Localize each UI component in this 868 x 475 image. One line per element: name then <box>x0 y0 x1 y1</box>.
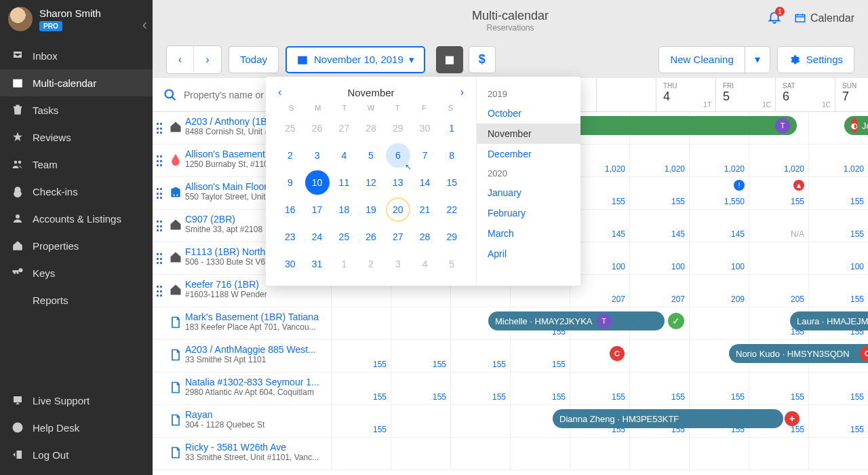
settings-button[interactable]: Settings <box>777 46 854 73</box>
prev-month-button[interactable]: ‹ <box>278 86 281 98</box>
calendar-cell[interactable]: 1,020 <box>629 145 689 176</box>
property-cell[interactable]: Mark's Basement (1BR) Tatiana183 Keefer … <box>153 307 331 339</box>
calendar-cell[interactable] <box>510 438 570 470</box>
prev-week-button[interactable]: ‹ <box>167 46 194 73</box>
sidebar-item-properties[interactable]: Properties <box>0 232 153 259</box>
sidebar-item-reviews[interactable]: Reviews <box>0 124 153 151</box>
calendar-day[interactable]: 23 <box>278 225 302 249</box>
drag-handle-icon[interactable] <box>157 188 162 199</box>
calendar-day[interactable]: 29 <box>386 116 410 140</box>
calendar-link[interactable]: Calendar <box>794 12 854 24</box>
calendar-day[interactable]: 2 <box>278 143 302 168</box>
calendar-cell[interactable]: ▲155 <box>749 177 808 209</box>
calendar-cell[interactable] <box>331 307 391 339</box>
calendar-day[interactable]: 21 <box>413 197 437 222</box>
sidebar-item-reports[interactable]: Reports <box>0 286 153 314</box>
calendar-cell[interactable]: 155 <box>450 340 510 372</box>
calendar-cell[interactable]: 145 <box>689 210 749 242</box>
sidebar-item-keys[interactable]: Keys <box>0 259 153 286</box>
property-cell[interactable]: A203 / AnthMaggie 885 West...33 Smithe S… <box>153 340 331 372</box>
calendar-day[interactable]: 8 <box>439 143 464 168</box>
calendar-cell[interactable]: 155 <box>331 405 391 437</box>
calendar-cell[interactable]: 1,020 <box>749 145 808 176</box>
calendar-cell[interactable] <box>570 438 629 470</box>
sidebar-item-team[interactable]: Team <box>0 151 153 178</box>
calendar-cell[interactable]: 207 <box>629 275 689 307</box>
property-cell[interactable]: Rayan304 - 1128 Quebec St <box>153 405 331 437</box>
calendar-cell[interactable] <box>749 242 808 274</box>
calendar-day[interactable]: 6↖ <box>386 143 410 168</box>
calendar-day[interactable]: 25 <box>332 225 357 249</box>
calendar-cell[interactable] <box>391 405 450 437</box>
calendar-cell[interactable]: 155 <box>570 373 629 404</box>
sidebar-item-help-desk[interactable]: Help Desk <box>0 414 153 441</box>
calendar-day[interactable]: 10 <box>305 170 330 195</box>
drag-handle-icon[interactable] <box>157 286 162 297</box>
calendar-day[interactable]: 24 <box>305 225 330 249</box>
calendar-cell[interactable]: 155 <box>689 373 749 404</box>
calendar-day[interactable]: 3 <box>386 252 410 276</box>
notification-bell-icon[interactable]: 1 <box>767 10 782 27</box>
calendar-cell[interactable]: 1,020 <box>808 145 868 176</box>
booking-bar[interactable]: ◐ Jordan · $999.76 USD <box>844 116 868 135</box>
calendar-day[interactable]: 2 <box>359 252 383 276</box>
calendar-day[interactable]: 30 <box>413 116 437 140</box>
calendar-cell[interactable]: 155 <box>391 340 450 372</box>
today-button[interactable]: Today <box>229 46 279 73</box>
drag-handle-icon[interactable] <box>157 123 162 134</box>
calendar-day[interactable]: 1 <box>439 116 464 140</box>
calendar-cell[interactable]: 155 <box>331 340 391 372</box>
calendar-day[interactable]: 4 <box>332 143 357 168</box>
calendar-cell[interactable]: 155 <box>808 405 868 437</box>
ical-button[interactable] <box>436 46 463 73</box>
calendar-cell[interactable] <box>629 438 689 470</box>
calendar-day[interactable]: 17 <box>305 197 330 222</box>
calendar-cell[interactable] <box>391 307 450 339</box>
calendar-day[interactable]: 11 <box>332 170 357 195</box>
calendar-day[interactable]: 26 <box>359 225 383 249</box>
calendar-cell[interactable] <box>331 438 391 470</box>
new-cleaning-button[interactable]: New Cleaning <box>659 47 745 73</box>
calendar-cell[interactable]: 155 <box>510 373 570 404</box>
calendar-day[interactable]: 18 <box>332 197 357 222</box>
calendar-day[interactable]: 15 <box>439 170 464 195</box>
sidebar-item-tasks[interactable]: Tasks <box>0 96 153 124</box>
calendar-cell[interactable]: N/A <box>749 210 808 242</box>
calendar-day[interactable]: 30 <box>278 252 302 276</box>
calendar-day[interactable]: 12 <box>359 170 383 195</box>
calendar-day[interactable]: 25 <box>278 116 302 140</box>
calendar-day[interactable]: 22 <box>439 197 464 222</box>
sidebar-item-check-ins[interactable]: Check-ins <box>0 178 153 205</box>
calendar-cell[interactable] <box>689 307 749 339</box>
calendar-cell[interactable] <box>808 438 868 470</box>
calendar-cell[interactable]: 205 <box>749 275 808 307</box>
calendar-cell[interactable]: 155 <box>749 373 808 404</box>
booking-bar[interactable]: Dianna Zheng · HM3PE53KTF <box>553 409 783 428</box>
calendar-day[interactable]: 3 <box>305 143 330 168</box>
calendar-day[interactable]: 27 <box>386 225 410 249</box>
month-option[interactable]: April <box>477 244 580 264</box>
calendar-day[interactable]: 5 <box>439 252 464 276</box>
calendar-cell[interactable] <box>391 438 450 470</box>
month-option[interactable]: November <box>477 124 580 144</box>
new-cleaning-dropdown[interactable]: ▾ <box>745 47 770 73</box>
calendar-day[interactable]: 13 <box>386 170 410 195</box>
drag-handle-icon[interactable] <box>157 221 162 231</box>
booking-bar[interactable]: Michelle · HMAY2JKYKA T <box>488 311 665 330</box>
calendar-cell[interactable]: 155 <box>391 373 450 404</box>
calendar-day[interactable]: 31 <box>305 252 330 276</box>
calendar-cell[interactable]: 155 <box>808 210 868 242</box>
calendar-cell[interactable] <box>450 405 510 437</box>
booking-bar[interactable]: Laura · HMAJEJMKP8 C <box>790 311 868 330</box>
month-option[interactable]: December <box>477 144 580 164</box>
calendar-day[interactable]: 9 <box>278 170 302 195</box>
sidebar-item-accounts-listings[interactable]: Accounts & Listings <box>0 205 153 232</box>
calendar-day[interactable]: 1 <box>332 252 357 276</box>
calendar-cell[interactable]: 155 <box>331 373 391 404</box>
pricing-button[interactable]: $ <box>469 46 496 73</box>
calendar-day[interactable]: 14 <box>413 170 437 195</box>
next-month-button[interactable]: › <box>460 86 464 98</box>
month-option[interactable]: March <box>477 223 580 244</box>
month-option[interactable]: February <box>477 203 580 223</box>
calendar-cell[interactable]: 1,020 <box>689 145 749 176</box>
